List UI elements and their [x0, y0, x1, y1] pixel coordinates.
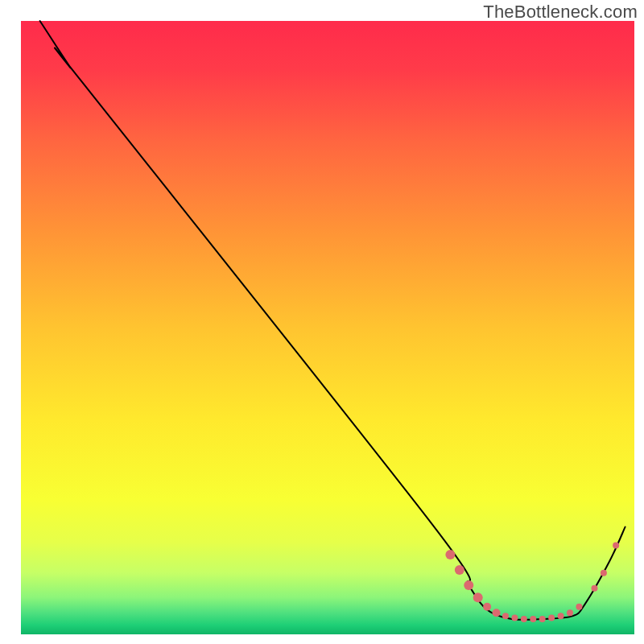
curve-marker: [521, 616, 527, 622]
curve-marker: [548, 614, 555, 621]
curve-marker: [502, 613, 509, 619]
curve-marker: [558, 613, 564, 619]
curve-marker: [493, 609, 501, 617]
curve-marker: [483, 603, 491, 611]
curve-marker: [567, 609, 573, 616]
curve-marker: [530, 616, 536, 622]
curve-marker: [591, 585, 597, 592]
plot-background: [21, 21, 634, 634]
curve-marker: [511, 614, 518, 621]
curve-marker: [576, 604, 582, 610]
curve-marker: [613, 543, 619, 549]
chart-stage: TheBottleneck.com: [0, 0, 644, 644]
curve-marker: [601, 570, 607, 576]
bottleneck-chart: [0, 0, 644, 644]
watermark-label: TheBottleneck.com: [483, 2, 638, 23]
curve-marker: [539, 616, 546, 622]
curve-marker: [445, 550, 455, 559]
curve-marker: [473, 592, 483, 602]
curve-marker: [455, 565, 464, 575]
curve-marker: [464, 580, 473, 590]
